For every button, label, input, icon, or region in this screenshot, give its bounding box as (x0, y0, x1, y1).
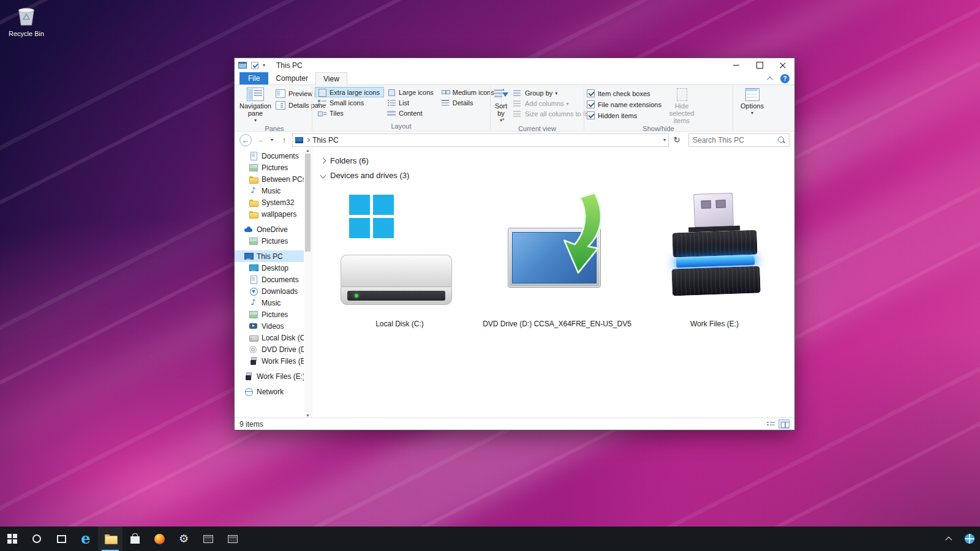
nav-item-music[interactable]: Music (235, 185, 304, 197)
layout-large-icons[interactable]: Large icons (384, 87, 438, 97)
details-view-icon (440, 99, 450, 107)
app-window-1-button[interactable] (196, 527, 221, 551)
search-box[interactable] (688, 133, 790, 147)
nav-item-wallpapers[interactable]: wallpapers (235, 208, 304, 220)
edge-button[interactable]: e (74, 527, 98, 551)
start-button[interactable] (0, 527, 24, 551)
file-name-extensions-option[interactable]: File name extensions (587, 99, 662, 110)
large-icons-view-toggle[interactable] (778, 419, 790, 429)
nav-item-videos[interactable]: Videos (235, 320, 304, 332)
app-window-icon (203, 535, 213, 543)
nav-item-work-files-e[interactable]: Work Files (E:) (235, 355, 304, 367)
tab-computer[interactable]: Computer (268, 72, 315, 84)
size-all-columns-button[interactable]: Size all columns to fit (510, 109, 590, 119)
minimize-ribbon-icon[interactable] (767, 76, 773, 82)
file-name-extensions-checkbox[interactable] (587, 100, 595, 108)
back-button[interactable]: ← (239, 134, 252, 146)
hidden-items-option[interactable]: Hidden items (587, 110, 662, 121)
close-button[interactable] (771, 58, 794, 72)
options-button[interactable]: Options ▾ (736, 87, 769, 117)
nav-item-this-pc-music[interactable]: Music (235, 297, 304, 309)
layout-extra-large-icons[interactable]: Extra large icons (315, 87, 384, 97)
chevron-down-icon: ▾ (751, 110, 753, 117)
group-header-devices-and-drives[interactable]: Devices and drives (3) (321, 168, 794, 182)
minimize-button[interactable] (725, 58, 748, 72)
up-button[interactable]: ↑ (277, 133, 291, 147)
scroll-up-icon[interactable]: ▲ (306, 148, 310, 152)
drive-label: DVD Drive (D:) CCSA_X64FRE_EN-US_DV5 (483, 320, 631, 328)
navigation-scrollbar[interactable]: ▲ ▼ (304, 148, 312, 418)
help-icon[interactable]: ? (780, 74, 790, 83)
hide-selected-items-icon (675, 88, 688, 101)
nav-item-system32[interactable]: System32 (235, 197, 304, 208)
recycle-bin-desktop-icon[interactable]: Recycle Bin (4, 5, 49, 37)
layout-details[interactable]: Details (438, 97, 499, 108)
sort-by-button[interactable]: Sort by ▾ (493, 87, 509, 124)
nav-item-local-disk-c[interactable]: Local Disk (C:) (235, 332, 304, 343)
layout-list[interactable]: List (384, 97, 438, 108)
collapse-chevron-icon[interactable] (320, 157, 326, 163)
group-header-folders[interactable]: Folders (6) (321, 153, 794, 168)
item-check-boxes-checkbox[interactable] (587, 89, 595, 97)
folder-icon (249, 198, 258, 207)
file-explorer-button[interactable] (98, 527, 123, 551)
title-bar[interactable]: ▾ This PC (235, 58, 794, 72)
nav-item-desktop[interactable]: Desktop (235, 262, 304, 274)
layout-medium-icons[interactable]: Medium icons (438, 87, 499, 97)
tab-file[interactable]: File (239, 72, 268, 84)
customize-toolbar-chevron-icon[interactable]: ▾ (263, 62, 265, 68)
scroll-down-icon[interactable]: ▼ (306, 413, 310, 418)
details-pane-icon (275, 100, 286, 110)
scrollbar-thumb[interactable] (305, 154, 311, 252)
nav-item-pictures[interactable]: Pictures (235, 162, 304, 173)
nav-item-this-pc[interactable]: This PC (235, 250, 304, 262)
nav-item-onedrive[interactable]: OneDrive (235, 223, 304, 235)
app-window-2-button[interactable] (221, 527, 245, 551)
breadcrumb[interactable]: This PC (312, 136, 339, 144)
tray-expand-button[interactable] (941, 527, 959, 551)
recent-locations-chevron-icon[interactable]: ▾ (268, 133, 276, 147)
app-window-icon (228, 535, 238, 543)
nav-item-dvd-drive-d[interactable]: DVD Drive (D:) C (235, 343, 304, 355)
store-button[interactable] (123, 527, 147, 551)
drive-tile-work-files-e[interactable]: Work Files (E:) (636, 189, 793, 328)
this-pc-window-icon (238, 62, 247, 69)
layout-content[interactable]: Content (384, 108, 438, 118)
forward-button[interactable]: → (253, 133, 266, 147)
small-icons-icon (317, 99, 327, 107)
tab-view[interactable]: View (315, 72, 347, 85)
nav-item-work-files-e-root[interactable]: Work Files (E:) (235, 370, 304, 382)
nav-item-downloads[interactable]: Downloads (235, 285, 304, 297)
details-view-toggle[interactable] (765, 419, 776, 429)
address-dropdown-chevron-icon[interactable]: ▾ (663, 137, 666, 143)
item-check-boxes-option[interactable]: Item check boxes (587, 88, 662, 99)
nav-item-documents[interactable]: Documents (235, 150, 304, 162)
hidden-items-checkbox[interactable] (587, 111, 595, 119)
group-by-button[interactable]: Group by ▾ (510, 88, 590, 98)
nav-item-this-pc-pictures[interactable]: Pictures (235, 309, 304, 320)
properties-icon[interactable] (251, 62, 258, 69)
firefox-button[interactable] (147, 527, 172, 551)
tray-network-button[interactable] (959, 527, 980, 551)
drive-tile-dvd-drive-d[interactable]: DVD Drive (D:) CCSA_X64FRE_EN-US_DV5 (478, 189, 636, 328)
search-input[interactable] (689, 136, 777, 144)
navigation-pane-button[interactable]: Navigation pane ▾ (239, 87, 271, 124)
task-view-button[interactable] (49, 527, 74, 551)
drive-tile-local-disk-c[interactable]: Local Disk (C:) (321, 189, 478, 328)
search-icon[interactable] (777, 136, 786, 144)
nav-item-between-pcs[interactable]: Between PCs (235, 173, 304, 185)
settings-button[interactable]: ⚙ (172, 527, 196, 551)
nav-item-this-pc-documents[interactable]: Documents (235, 274, 304, 285)
layout-tiles[interactable]: Tiles (315, 108, 384, 118)
nav-item-onedrive-pictures[interactable]: Pictures (235, 235, 304, 247)
add-columns-button[interactable]: Add columns ▾ (510, 99, 590, 108)
search-button[interactable] (24, 527, 49, 551)
layout-small-icons[interactable]: Small icons (315, 97, 384, 108)
expand-chevron-icon[interactable] (320, 172, 326, 178)
refresh-button[interactable]: ↻ (670, 133, 684, 147)
breadcrumb-chevron-icon[interactable] (306, 138, 310, 142)
address-box[interactable]: This PC ▾ (292, 133, 669, 147)
maximize-button[interactable] (748, 58, 771, 72)
nav-item-network[interactable]: Network (235, 386, 304, 397)
hide-selected-items-button[interactable]: Hide selected items (663, 87, 701, 124)
